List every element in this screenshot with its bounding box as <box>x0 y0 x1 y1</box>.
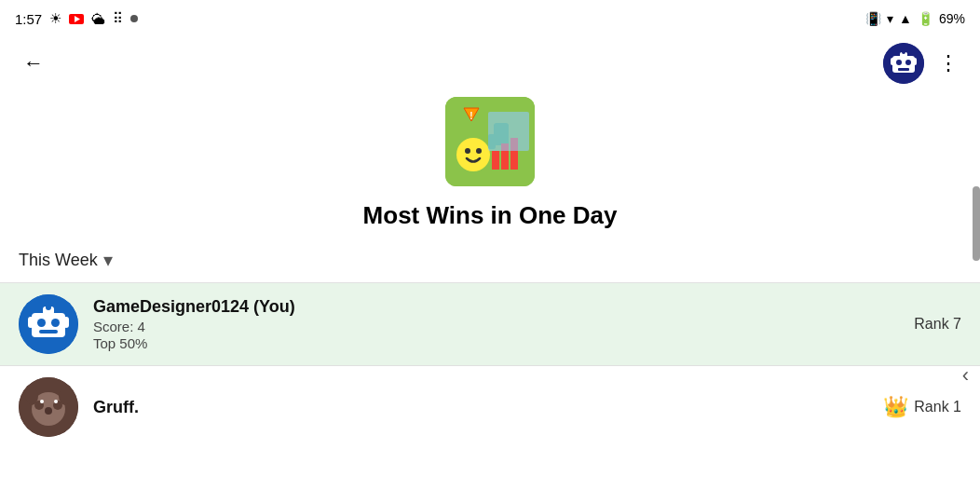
svg-point-37 <box>40 400 44 403</box>
more-options-button[interactable]: ⋮ <box>932 47 965 80</box>
collapse-button[interactable]: ‹ <box>962 363 969 388</box>
collapse-arrow-icon: ‹ <box>962 363 969 387</box>
status-bar: 1:57 ☀ 🌥 ⠿ 📳 ▾ ▲ 🔋 69% <box>0 0 980 37</box>
filter-label: This Week <box>19 251 98 270</box>
svg-point-14 <box>476 148 482 154</box>
other-user-info: Gruff. <box>93 398 868 417</box>
svg-rect-27 <box>39 330 58 333</box>
current-user-rank-label: Rank 7 <box>914 316 961 333</box>
svg-rect-28 <box>28 317 34 328</box>
top-right-actions: ⋮ <box>883 43 965 84</box>
current-user-info: GameDesigner0124 (You) Score: 4 Top 50% <box>93 297 899 351</box>
other-user-rank-label: Rank 1 <box>914 399 961 415</box>
dropdown-arrow-icon[interactable]: ▾ <box>103 249 113 271</box>
svg-point-12 <box>456 138 490 171</box>
other-user-row: Gruff. 👑 Rank 1 <box>0 366 980 448</box>
current-user-score: Score: 4 <box>93 319 899 334</box>
vibrate-icon: 📳 <box>865 11 881 26</box>
svg-rect-24 <box>32 313 65 337</box>
back-arrow-icon: ← <box>23 51 44 75</box>
svg-point-31 <box>46 305 51 310</box>
current-user-name: GameDesigner0124 (You) <box>93 297 899 317</box>
svg-rect-29 <box>63 317 69 328</box>
time-display: 1:57 <box>15 11 42 27</box>
svg-rect-19 <box>492 151 499 170</box>
dot-indicator <box>130 15 138 22</box>
other-user-rank: 👑 Rank 1 <box>883 395 961 419</box>
signal-icon: ▲ <box>899 11 912 26</box>
other-user-name: Gruff. <box>93 398 868 417</box>
filter-row: This Week ▾ <box>0 238 980 282</box>
current-user-avatar <box>19 294 78 354</box>
current-user-row: GameDesigner0124 (You) Score: 4 Top 50% … <box>0 283 980 365</box>
youtube-icon <box>69 11 84 27</box>
svg-point-10 <box>902 50 905 54</box>
svg-rect-26 <box>51 319 60 327</box>
grid-icon: ⠿ <box>113 10 123 27</box>
scrollbar[interactable] <box>973 186 980 261</box>
status-left: 1:57 ☀ 🌥 ⠿ <box>15 10 138 27</box>
svg-point-40 <box>59 387 72 405</box>
svg-point-38 <box>54 400 58 403</box>
svg-text:!: ! <box>470 111 472 121</box>
current-user-rank: Rank 7 <box>914 316 961 333</box>
current-user-top-percent: Top 50% <box>93 335 899 351</box>
svg-point-39 <box>25 387 38 405</box>
battery-icon: 🔋 <box>918 11 933 26</box>
crown-icon: 👑 <box>883 395 908 419</box>
svg-rect-4 <box>896 60 902 65</box>
svg-rect-5 <box>905 60 911 65</box>
svg-point-36 <box>45 407 52 415</box>
game-icon-container: ! <box>0 97 980 186</box>
svg-rect-7 <box>891 58 894 65</box>
brightness-icon: ☀ <box>49 10 61 27</box>
svg-rect-8 <box>913 58 917 65</box>
more-icon: ⋮ <box>938 51 959 75</box>
other-user-avatar <box>19 377 78 437</box>
svg-rect-22 <box>488 112 529 151</box>
cloud-icon: 🌥 <box>91 11 105 27</box>
back-button[interactable]: ← <box>15 45 52 82</box>
game-title: Most Wins in One Day <box>0 201 980 230</box>
game-icon: ! <box>445 97 535 186</box>
svg-rect-25 <box>37 319 46 327</box>
svg-point-13 <box>465 148 470 154</box>
status-right: 📳 ▾ ▲ 🔋 69% <box>865 11 965 26</box>
svg-rect-6 <box>898 68 909 71</box>
user-avatar[interactable] <box>883 43 924 84</box>
top-bar: ← ⋮ <box>0 37 980 89</box>
wifi-icon: ▾ <box>887 11 893 26</box>
battery-percent: 69% <box>939 11 965 26</box>
